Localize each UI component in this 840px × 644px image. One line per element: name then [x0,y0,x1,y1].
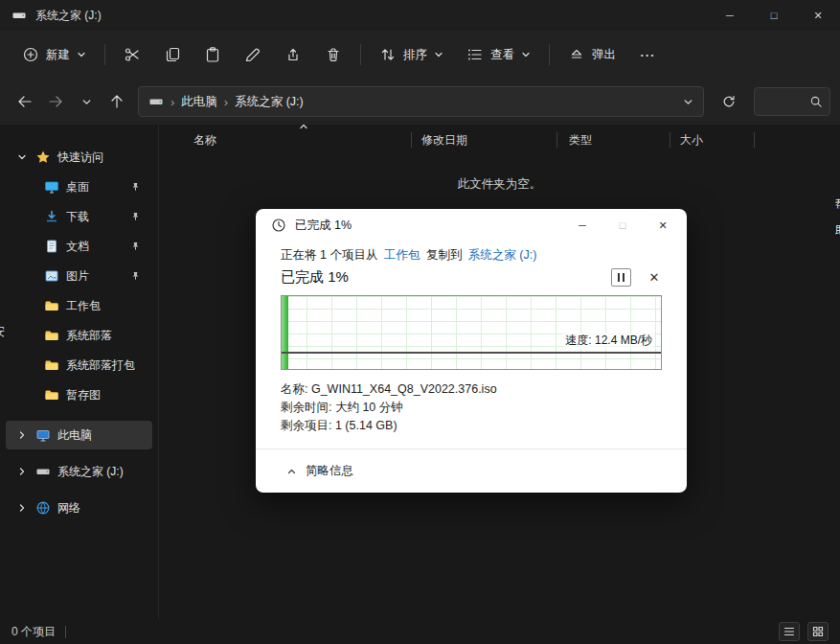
sidebar-item-xitongbuluo[interactable]: 系统部落 [6,321,152,350]
pin-icon [130,211,141,222]
window-title: 系统之家 (J:) [35,8,102,24]
arrow-left-icon [16,93,34,110]
dialog-titlebar[interactable]: 已完成 1% ─ □ ✕ [256,209,687,242]
chevron-up-icon [286,468,297,475]
scissors-icon [124,46,141,63]
sidebar-item-desktop[interactable]: 桌面 [6,172,152,201]
thumbnail-view-icon [812,626,824,637]
pin-icon [130,181,141,193]
sidebar-item-drive-j[interactable]: 系统之家 (J:) [6,457,152,486]
empty-folder-message: 此文件夹为空。 [159,176,840,193]
details-view-toggle[interactable] [779,622,800,641]
sidebar-item-documents[interactable]: 文档 [6,232,152,261]
sort-icon [379,46,397,63]
column-header-date[interactable]: 修改日期 [412,125,557,155]
cut-button[interactable] [113,37,151,72]
copy-button[interactable] [153,37,192,72]
folder-icon [44,387,59,402]
column-header-name[interactable]: 名称 [159,125,412,155]
sidebar-item-downloads[interactable]: 下载 [6,202,152,231]
search-box[interactable] [754,87,830,116]
document-icon [44,239,59,254]
file-name-detail: 名称: G_WIN11_X64_Q8_V2022.376.iso [281,380,662,399]
rename-button[interactable] [234,37,272,72]
breadcrumb[interactable]: › 此电脑 › 系统之家 (J:) [138,86,704,117]
toolbar-separator [549,44,550,65]
minimize-button[interactable]: ─ [708,0,752,31]
source-folder-link[interactable]: 工作包 [384,248,420,262]
sidebar-item-quick-access[interactable]: 快速访问 [6,143,152,172]
sidebar-item-zancuntu[interactable]: 暂存图 [6,380,152,409]
forward-button[interactable] [40,86,71,117]
chevron-down-icon[interactable] [683,97,693,107]
sidebar-item-workpack[interactable]: 工作包 [6,291,152,320]
column-headers: 名称 修改日期 类型 大小 [159,125,840,155]
column-header-size[interactable]: 大小 [670,125,755,155]
window-titlebar[interactable]: 系统之家 (J:) ─ □ ✕ [0,0,840,31]
folder-icon [44,328,59,343]
share-button[interactable] [274,37,312,72]
chevron-down-icon[interactable] [17,152,27,162]
pause-button[interactable] [611,268,631,287]
sidebar-item-xitongbuluo-pack[interactable]: 系统部落打包 [6,351,152,380]
folder-icon [44,298,59,313]
sidebar-item-pictures[interactable]: 图片 [6,262,152,290]
share-icon [284,46,302,63]
eject-icon [568,46,585,63]
column-header-type[interactable]: 类型 [557,125,670,155]
copy-progress-dialog: 已完成 1% ─ □ ✕ 正在将 1 个项目从 工作包 复制到 系统之家 (J:… [256,209,687,493]
chevron-down-icon [521,50,531,59]
recent-locations-button[interactable] [71,86,102,117]
chevron-down-icon [434,50,443,59]
sidebar-item-network[interactable]: 网络 [6,494,152,522]
address-bar: › 此电脑 › 系统之家 (J:) [0,79,840,125]
drive-icon [35,464,51,479]
up-button[interactable] [102,86,132,117]
close-button[interactable]: ✕ [796,0,840,31]
eject-button[interactable]: 弹出 [557,37,626,72]
fewer-details-toggle[interactable]: 简略信息 [256,448,687,493]
breadcrumb-item-this-pc[interactable]: 此电脑 [181,94,217,110]
maximize-button[interactable]: □ [752,0,796,31]
toolbar-separator [104,44,105,65]
time-remaining-detail: 剩余时间: 大约 10 分钟 [281,399,662,417]
chevron-down-icon [77,50,86,59]
dialog-close-button[interactable]: ✕ [643,209,683,242]
command-bar: 新建 [0,31,840,79]
chevron-right-icon[interactable] [17,430,27,440]
new-button[interactable]: 新建 [11,37,97,72]
dialog-maximize-button[interactable]: □ [602,209,643,242]
more-options-button[interactable]: ⋯ [628,37,667,72]
pin-icon [130,270,141,282]
details-view-icon [783,626,795,637]
paste-icon [204,46,221,63]
search-input[interactable] [761,95,809,108]
sidebar-item-this-pc[interactable]: 此电脑 [6,421,152,449]
breadcrumb-item-drive[interactable]: 系统之家 (J:) [235,94,304,110]
list-view-icon [466,46,484,63]
view-button[interactable]: 查看 [456,37,541,72]
star-icon [35,150,51,165]
destination-folder-link[interactable]: 系统之家 (J:) [468,248,537,262]
breadcrumb-separator: › [170,95,174,109]
refresh-button[interactable] [714,86,744,117]
delete-button[interactable] [314,37,352,72]
chevron-right-icon[interactable] [17,467,27,476]
search-icon [809,95,823,108]
items-remaining-detail: 剩余项目: 1 (5.14 GB) [281,417,662,435]
arrow-right-icon [47,93,64,110]
chevron-right-icon[interactable] [17,503,27,513]
copy-details: 名称: G_WIN11_X64_Q8_V2022.376.iso 剩余时间: 大… [281,380,662,435]
refresh-icon [721,94,737,109]
thumbnail-view-toggle[interactable] [807,622,829,641]
paste-button[interactable] [193,37,232,72]
cancel-copy-button[interactable]: ✕ [647,270,662,285]
navigation-pane: 快速访问 桌面 下载 [0,125,159,619]
sort-button[interactable]: 排序 [369,37,454,72]
dialog-minimize-button[interactable]: ─ [562,209,602,242]
network-icon [35,500,51,516]
back-button[interactable] [10,86,40,117]
copy-icon [164,46,181,63]
rename-icon [244,46,261,63]
chevron-down-icon [81,97,92,107]
